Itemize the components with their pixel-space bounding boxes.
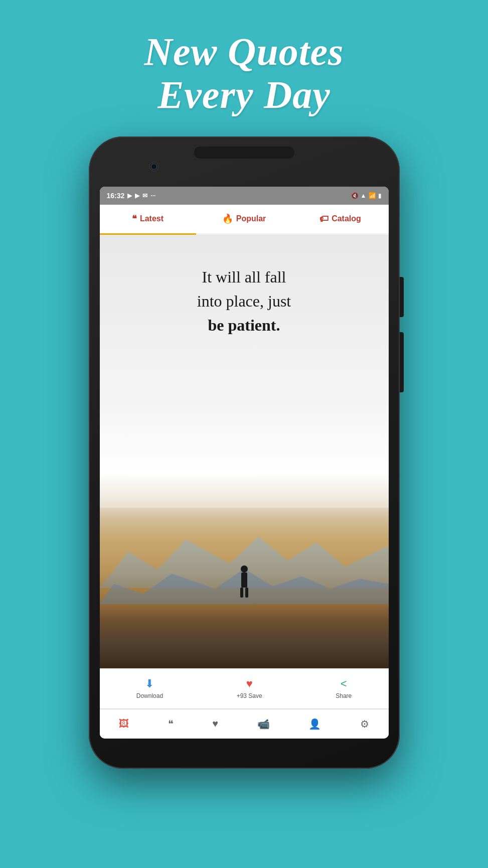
person-leg-left [240,588,243,598]
person-leg-right [245,588,248,598]
battery-icon: ▮ [378,192,382,199]
share-label: Share [336,692,352,699]
action-bar: ⬇ Download ♥ +93 Save < Share [100,668,389,708]
hero-title: New Quotes Every Day [144,30,344,116]
phone-volume-button [400,332,404,392]
heart-icon: ♥ [246,677,253,690]
mountain-scene [100,508,389,668]
download-label: Download [136,692,163,699]
status-icon-youtube: ▶ [127,192,132,199]
video-icon: 📹 [257,718,270,730]
status-icons-right: 🔇 ▲ 📶 ▮ [351,192,382,199]
person-legs [237,588,251,598]
person-head [241,565,248,572]
bottom-nav-video[interactable]: 📹 [257,718,270,730]
tab-latest-label: Latest [140,214,164,223]
bottom-nav-profile[interactable]: 👤 [308,718,321,730]
mute-icon: 🔇 [351,192,359,199]
quote-text: It will all fall into place, just be pat… [197,265,291,337]
status-bar: 16:32 ▶ ▶ ✉ ··· 🔇 ▲ 📶 ▮ [100,187,389,205]
gallery-icon: 🖼 [119,718,129,730]
download-icon: ⬇ [145,677,154,690]
phone-shell: 16:32 ▶ ▶ ✉ ··· 🔇 ▲ 📶 ▮ [89,136,400,769]
person-silhouette [237,565,251,601]
bottom-nav-settings[interactable]: ⚙ [360,718,369,730]
tab-catalog[interactable]: 🏷 Catalog [292,205,389,233]
phone-screen: 16:32 ▶ ▶ ✉ ··· 🔇 ▲ 📶 ▮ [100,187,389,739]
tab-catalog-label: Catalog [332,214,361,223]
latest-icon: ❝ [132,213,137,224]
phone-power-button [400,277,404,317]
profile-icon: 👤 [308,718,321,730]
bottom-nav-gallery[interactable]: 🖼 [119,718,129,730]
favorites-icon: ♥ [212,718,218,730]
quote-bold: be patient. [208,316,280,334]
save-button[interactable]: ♥ +93 Save [237,677,262,699]
phone-camera [149,162,159,172]
status-icon-gmail: ✉ [142,192,147,199]
save-label: +93 Save [237,692,262,699]
share-icon: < [341,677,347,690]
quote-line2: into place, just [197,292,291,310]
status-time: 16:32 ▶ ▶ ✉ ··· [107,192,156,200]
tab-latest[interactable]: ❝ Latest [100,205,196,233]
phone-mockup: 16:32 ▶ ▶ ✉ ··· 🔇 ▲ 📶 ▮ [89,136,400,769]
catalog-icon: 🏷 [319,214,329,224]
bottom-nav-favorites[interactable]: ♥ [212,718,218,730]
wifi-icon: ▲ [361,192,367,199]
bottom-nav-quotes[interactable]: ❝ [168,718,174,730]
tab-popular-label: Popular [236,214,266,223]
status-icon-youtube2: ▶ [135,192,139,199]
quote-card: It will all fall into place, just be pat… [100,235,389,668]
share-button[interactable]: < Share [336,677,352,699]
quote-area: It will all fall into place, just be pat… [100,235,389,668]
quote-line1: It will all fall [202,268,286,286]
settings-icon: ⚙ [360,718,369,730]
download-button[interactable]: ⬇ Download [136,677,163,699]
bottom-nav: 🖼 ❝ ♥ 📹 👤 [100,708,389,739]
time-display: 16:32 [107,192,125,200]
status-icon-more: ··· [150,192,155,199]
nav-tabs: ❝ Latest 🔥 Popular 🏷 Catalog [100,205,389,235]
popular-icon: 🔥 [222,213,233,224]
phone-speaker [194,147,294,159]
page-background: New Quotes Every Day 16:32 ▶ ▶ [0,0,488,868]
tab-popular[interactable]: 🔥 Popular [196,205,292,233]
signal-icon: 📶 [369,192,376,199]
person-body [241,572,247,588]
quotes-icon: ❝ [168,718,174,730]
